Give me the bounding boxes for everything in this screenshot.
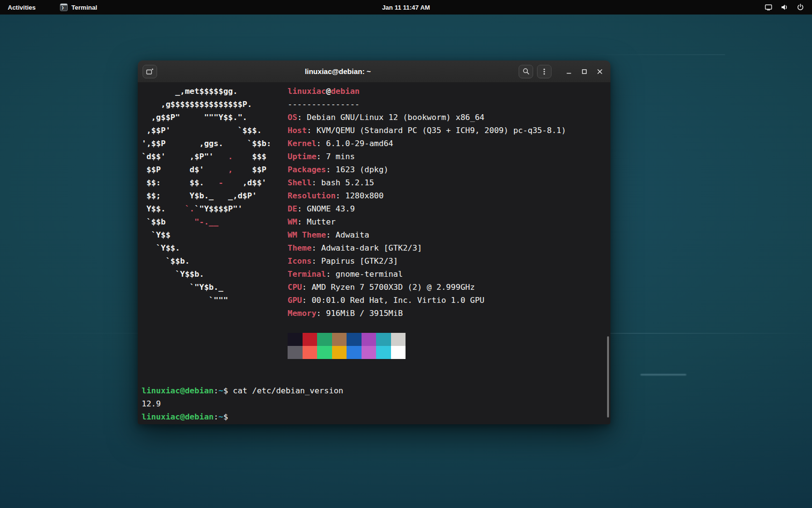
neofetch-entry: OS: Debian GNU/Linux 12 (bookworm) x86_6… bbox=[288, 111, 566, 124]
shell-prompt: linuxiac@debian:~$ bbox=[142, 386, 233, 395]
color-swatch bbox=[317, 346, 332, 359]
terminal-app-icon bbox=[60, 3, 68, 11]
screen-icon bbox=[765, 3, 772, 11]
neofetch-host: debian bbox=[331, 87, 360, 96]
color-swatch bbox=[347, 346, 362, 359]
neofetch-entry: Memory: 916MiB / 3915MiB bbox=[288, 307, 566, 320]
color-swatch bbox=[303, 346, 318, 359]
volume-icon bbox=[781, 3, 788, 11]
neofetch-entry: DE: GNOME 43.9 bbox=[288, 202, 566, 215]
palette-row2 bbox=[288, 346, 566, 359]
neofetch-info-entries: OS: Debian GNU/Linux 12 (bookworm) x86_6… bbox=[288, 111, 566, 320]
shell-session: linuxiac@debian:~$ cat /etc/debian_versi… bbox=[142, 384, 607, 423]
ascii-logo: _,met$$$$$gg. ,g$$$$$$$$$$$$$$$P. ,g$$P"… bbox=[142, 85, 288, 359]
neofetch-entry: Host: KVM/QEMU (Standard PC (Q35 + ICH9,… bbox=[288, 124, 566, 137]
menu-button[interactable] bbox=[537, 65, 551, 78]
neofetch-entry: Theme: Adwaita-dark [GTK2/3] bbox=[288, 241, 566, 254]
shell-prompt-line: linuxiac@debian:~$ bbox=[142, 410, 607, 423]
neofetch-entry: Terminal: gnome-terminal bbox=[288, 268, 566, 281]
color-swatch bbox=[376, 333, 391, 346]
color-swatch bbox=[332, 346, 347, 359]
maximize-button[interactable] bbox=[579, 66, 590, 77]
command-text: cat /etc/debian_version bbox=[233, 386, 343, 395]
color-swatch bbox=[391, 346, 406, 359]
wallpaper-streak bbox=[570, 54, 725, 55]
color-swatch bbox=[347, 333, 362, 346]
focused-app-menu[interactable]: Terminal bbox=[56, 0, 101, 15]
neofetch-entry: WM Theme: Adwaita bbox=[288, 228, 566, 241]
neofetch-entry: Shell: bash 5.2.15 bbox=[288, 176, 566, 189]
window-title: linuxiac@debian: ~ bbox=[157, 67, 519, 75]
neofetch-entry: Kernel: 6.1.0-29-amd64 bbox=[288, 137, 566, 150]
color-swatch bbox=[376, 346, 391, 359]
color-swatch bbox=[362, 333, 377, 346]
new-tab-button[interactable] bbox=[143, 65, 157, 78]
terminal-titlebar[interactable]: linuxiac@debian: ~ bbox=[138, 60, 610, 83]
system-status-area[interactable] bbox=[757, 0, 812, 15]
clock[interactable]: Jan 11 11:47 AM bbox=[377, 0, 435, 15]
neofetch-title: linuxiac@debian bbox=[288, 85, 566, 98]
terminal-window: linuxiac@debian: ~ _,met$$$$$gg. ,g$$$$$ bbox=[138, 60, 610, 424]
terminal-color-palette bbox=[288, 333, 566, 359]
neofetch-output: _,met$$$$$gg. ,g$$$$$$$$$$$$$$$P. ,g$$P"… bbox=[142, 85, 607, 359]
color-swatch bbox=[317, 333, 332, 346]
neofetch-entry: WM: Mutter bbox=[288, 215, 566, 228]
command-output: 12.9 bbox=[142, 397, 607, 410]
color-swatch bbox=[303, 333, 318, 346]
neofetch-entry: CPU: AMD Ryzen 7 5700X3D (2) @ 2.999GHz bbox=[288, 281, 566, 294]
terminal-content[interactable]: _,met$$$$$gg. ,g$$$$$$$$$$$$$$$P. ,g$$P"… bbox=[138, 83, 610, 424]
activities-button[interactable]: Activities bbox=[0, 0, 44, 15]
color-swatch bbox=[332, 333, 347, 346]
minimize-button[interactable] bbox=[563, 66, 575, 77]
neofetch-separator: --------------- bbox=[288, 98, 566, 111]
power-icon bbox=[797, 3, 804, 11]
gnome-top-bar: Activities Terminal Jan 11 11:47 AM bbox=[0, 0, 812, 15]
scrollbar-thumb[interactable] bbox=[607, 336, 609, 418]
shell-prompt: linuxiac@debian:~$ bbox=[142, 412, 233, 421]
neofetch-info: linuxiac@debian --------------- OS: Debi… bbox=[288, 85, 566, 359]
shell-command-line: linuxiac@debian:~$ cat /etc/debian_versi… bbox=[142, 384, 607, 397]
focused-app-label: Terminal bbox=[72, 4, 97, 11]
color-swatch bbox=[288, 346, 303, 359]
neofetch-user: linuxiac bbox=[288, 87, 326, 96]
wallpaper-streak bbox=[640, 374, 686, 375]
neofetch-entry: Resolution: 1280x800 bbox=[288, 189, 566, 202]
neofetch-entry: Icons: Papirus [GTK2/3] bbox=[288, 254, 566, 268]
neofetch-entry: GPU: 00:01.0 Red Hat, Inc. Virtio 1.0 GP… bbox=[288, 294, 566, 307]
color-swatch bbox=[391, 333, 406, 346]
neofetch-entry: Packages: 1623 (dpkg) bbox=[288, 163, 566, 176]
neofetch-at: @ bbox=[326, 87, 331, 96]
neofetch-entry: Uptime: 7 mins bbox=[288, 150, 566, 163]
color-swatch bbox=[362, 346, 377, 359]
palette-row1 bbox=[288, 333, 566, 346]
search-button[interactable] bbox=[519, 65, 533, 78]
close-button[interactable] bbox=[594, 66, 606, 77]
color-swatch bbox=[288, 333, 303, 346]
